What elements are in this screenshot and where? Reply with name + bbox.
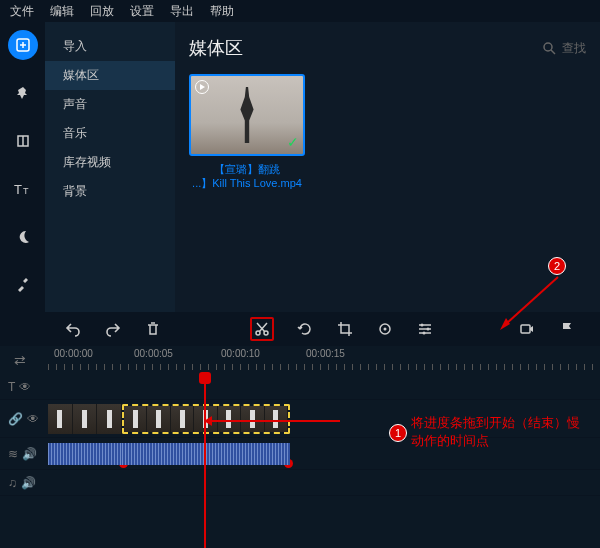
side-voice[interactable]: 声音 [45, 90, 175, 119]
svg-point-7 [544, 43, 552, 51]
svg-rect-18 [521, 325, 530, 333]
menu-edit[interactable]: 编辑 [50, 3, 74, 20]
menu-help[interactable]: 帮助 [210, 3, 234, 20]
text-icon[interactable]: TT [8, 174, 38, 204]
ruler-ticks [48, 364, 600, 370]
waveform [48, 443, 122, 465]
time-ruler[interactable]: 00:00:00 00:00:05 00:00:10 00:00:15 [48, 346, 600, 374]
timeline-tracks: T👁 🔗👁 ≋🔊 ♫🔊 1 将进度条拖到开始（结束）慢 动作的时间点 [0, 374, 600, 548]
tool-rail: TT [0, 22, 45, 312]
link-icon[interactable]: 🔗 [8, 412, 23, 426]
speaker-icon[interactable]: 🔊 [22, 447, 37, 461]
clip-thumbnail[interactable]: ✓ [189, 74, 305, 156]
svg-line-8 [551, 50, 555, 54]
delete-icon[interactable] [144, 320, 162, 338]
menu-export[interactable]: 导出 [170, 3, 194, 20]
clip-label: 【宣璐】翻跳 ...】Kill This Love.mp4 [189, 162, 305, 190]
crop-icon[interactable] [336, 320, 354, 338]
tools-icon[interactable] [8, 270, 38, 300]
time-5: 00:00:05 [134, 348, 173, 359]
svg-text:T: T [14, 182, 22, 197]
eye-icon[interactable]: 👁 [19, 380, 31, 394]
undo-icon[interactable] [64, 320, 82, 338]
panel-title: 媒体区 [189, 36, 243, 60]
svg-point-11 [256, 331, 260, 335]
side-panel: 导入 媒体区 声音 音乐 库存视频 背景 [45, 22, 175, 312]
svg-point-12 [264, 331, 268, 335]
redo-icon[interactable] [104, 320, 122, 338]
waveform [122, 443, 290, 465]
menu-file[interactable]: 文件 [10, 3, 34, 20]
record-icon[interactable] [518, 320, 536, 338]
svg-point-17 [423, 332, 426, 335]
playhead[interactable] [204, 374, 206, 548]
eye-icon[interactable]: 👁 [27, 412, 39, 426]
text-track[interactable]: T👁 [0, 374, 600, 400]
music-track[interactable]: ♫🔊 [0, 470, 600, 496]
pin-icon[interactable] [8, 78, 38, 108]
side-background[interactable]: 背景 [45, 177, 175, 206]
moon-icon[interactable] [8, 222, 38, 252]
cut-icon[interactable] [250, 317, 274, 341]
search-placeholder: 查找 [562, 40, 586, 57]
svg-point-14 [384, 328, 387, 331]
music-note-icon: ♫ [8, 476, 17, 490]
menu-playback[interactable]: 回放 [90, 3, 114, 20]
media-icon[interactable] [8, 30, 38, 60]
search-box[interactable]: 查找 [543, 40, 586, 57]
side-stock[interactable]: 库存视频 [45, 148, 175, 177]
svg-text:T: T [23, 186, 29, 196]
search-icon [543, 42, 556, 55]
annotation-marker-2: 2 [548, 257, 566, 275]
media-panel: 媒体区 查找 ✓ 【宣璐】翻跳 ...】Kill This Love.mp4 2 [175, 22, 600, 312]
play-icon [195, 80, 209, 94]
auto-adjust-icon[interactable]: ⇄ [14, 352, 26, 368]
flag-icon[interactable] [558, 320, 576, 338]
time-15: 00:00:15 [306, 348, 345, 359]
wave-icon: ≋ [8, 447, 18, 461]
dancer-figure [236, 87, 258, 143]
audio-segment-2[interactable] [122, 441, 290, 467]
audio-segment-1[interactable] [48, 441, 122, 467]
time-10: 00:00:10 [221, 348, 260, 359]
rotate-icon[interactable] [296, 320, 314, 338]
check-icon: ✓ [287, 134, 299, 150]
text-track-icon: T [8, 380, 15, 394]
side-import[interactable]: 导入 [45, 32, 175, 61]
sliders-icon[interactable] [416, 320, 434, 338]
annotation-marker-1: 1 [389, 424, 407, 442]
side-media[interactable]: 媒体区 [45, 61, 175, 90]
annotation-text: 1 将进度条拖到开始（结束）慢 动作的时间点 [411, 414, 580, 450]
video-segment-1[interactable] [48, 404, 122, 434]
time-0: 00:00:00 [54, 348, 93, 359]
split-icon[interactable] [8, 126, 38, 156]
annotation-arrow-1 [210, 420, 340, 422]
svg-point-15 [421, 324, 424, 327]
svg-point-16 [427, 328, 430, 331]
media-clip[interactable]: ✓ 【宣璐】翻跳 ...】Kill This Love.mp4 [189, 74, 305, 190]
timeline-toolbar [0, 312, 600, 346]
side-music[interactable]: 音乐 [45, 119, 175, 148]
speaker-icon[interactable]: 🔊 [21, 476, 36, 490]
menu-settings[interactable]: 设置 [130, 3, 154, 20]
dot-icon[interactable] [376, 320, 394, 338]
